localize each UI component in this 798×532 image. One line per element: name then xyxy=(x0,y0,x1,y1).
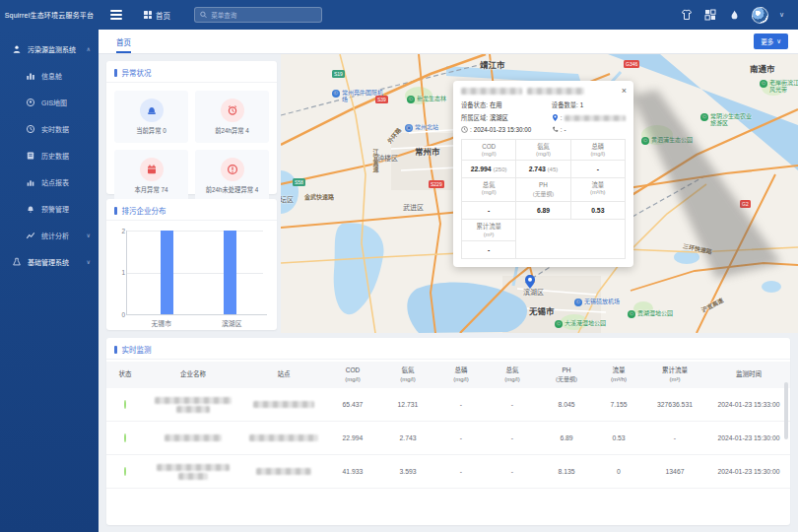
metric-header-total-flow: 累计流量(m³) xyxy=(462,220,516,240)
sidebar-item-label: 统计分析 xyxy=(41,231,69,240)
cell-time: 2024-01-23 15:33:00 xyxy=(707,401,790,408)
sidebar-item-label: 预警管理 xyxy=(41,204,69,214)
map-label-city: 常州市 xyxy=(415,145,440,157)
app-logo: Squirrel生态环境云服务平台 xyxy=(0,10,99,20)
sidebar-item-info-cabin[interactable]: 信息舱 xyxy=(0,62,99,89)
tab-bar: 首页 更多 ∨ xyxy=(99,30,798,54)
region-value: 滨湖区 xyxy=(490,113,508,122)
hamburger-menu-icon[interactable] xyxy=(110,10,122,20)
cell-tp: - xyxy=(435,434,487,441)
metric-header-tp: 总磷(mg/l) xyxy=(571,140,626,161)
stat-card-current-abnormal[interactable]: 当前异常 0 xyxy=(114,91,188,143)
monitor-panel-title: 实时监测 xyxy=(106,338,790,360)
poi-gonghu-park[interactable]: ❧贡湖湿地公园 xyxy=(628,310,673,318)
search-input[interactable] xyxy=(211,12,316,19)
user-menu-chevron-icon[interactable]: ∨ xyxy=(779,11,784,19)
stat-card-month-abnormal[interactable]: 本月异常 74 xyxy=(114,150,188,202)
device-count-value: 1 xyxy=(580,101,584,108)
company-name-redacted xyxy=(144,434,242,441)
header-nav-home[interactable]: 首页 xyxy=(144,10,170,21)
device-count-label: 设备数量: xyxy=(552,100,578,109)
cell-nh3: 2.743 xyxy=(380,434,435,441)
cell-flow: 7.155 xyxy=(595,401,642,408)
road-badge: S229 xyxy=(429,180,444,188)
sidebar-item-statistics[interactable]: 统计分析 ∨ xyxy=(0,222,99,248)
chevron-down-icon: ∨ xyxy=(87,232,91,238)
x-label: 无锡市 xyxy=(126,318,197,328)
poi-xinlong-forest[interactable]: ❧新龙生态林 xyxy=(407,96,446,103)
flame-icon[interactable] xyxy=(728,9,741,22)
tab-home[interactable]: 首页 xyxy=(116,36,131,53)
layout-icon[interactable] xyxy=(704,9,717,22)
more-button[interactable]: 更多 ∨ xyxy=(754,33,788,49)
gis-map[interactable]: 靖江市 南通市 常州市 钟楼区 武进区 金坛区 无锡市 滨湖区 金武快速路 江宜… xyxy=(281,54,798,333)
abnormal-status-panel: 异常状况 当前异常 0 前24h异常 4 本月异常 74 前24h未处理异常 4 xyxy=(106,61,277,194)
more-button-label: 更多 xyxy=(761,36,773,46)
user-avatar[interactable] xyxy=(752,7,768,24)
station-info-popup: × 设备状态:在用 设备数量:1 所属区域:滨湖区 : :2024-01-23 … xyxy=(453,81,633,267)
gridline xyxy=(127,231,263,232)
poi-daxigang-park[interactable]: ❧大溪港湿地公园 xyxy=(555,320,606,328)
close-icon[interactable]: × xyxy=(622,86,627,96)
search-icon xyxy=(200,11,207,19)
bar-binhu[interactable] xyxy=(224,231,236,314)
chevron-down-icon: ∨ xyxy=(87,258,91,265)
x-label: 滨湖区 xyxy=(197,318,268,328)
stat-card-24h-unhandled[interactable]: 前24h未处理异常 4 xyxy=(195,150,269,202)
phone-icon xyxy=(552,126,559,133)
table-row[interactable]: 41.933 3.593 - - 8.135 0 13467 2024-01-2… xyxy=(106,455,790,489)
map-label-city: 靖江市 xyxy=(480,58,505,70)
statistics-icon xyxy=(26,231,35,240)
sidebar-item-gis-map[interactable]: GIS地图 xyxy=(0,89,99,115)
map-marker-pin[interactable] xyxy=(525,275,535,289)
top-header: Squirrel生态环境云服务平台 首页 ∨ xyxy=(0,0,798,30)
airplane-icon: ✈ xyxy=(332,90,340,98)
poi-binjiang-scenic[interactable]: ❧老岸街滨江风光带 xyxy=(760,80,798,94)
table-row[interactable]: 22.994 2.743 - - 6.89 0.53 - 2024-01-23 … xyxy=(106,422,790,455)
train-icon: ▣ xyxy=(405,124,413,132)
table-row[interactable]: 65.437 12.731 - - 8.045 7.155 327636.531… xyxy=(106,388,790,422)
metric-value-cod: 22.994 (250) xyxy=(462,161,516,178)
bell-icon xyxy=(26,204,35,214)
leaf-icon: ❧ xyxy=(641,137,649,145)
header-actions: ∨ xyxy=(681,7,798,24)
sidebar-item-label: 实时数据 xyxy=(41,124,69,134)
monitor-system-icon xyxy=(12,44,22,54)
sidebar-item-alert-management[interactable]: 预警管理 xyxy=(0,195,99,222)
cell-tn: - xyxy=(487,434,538,441)
sidebar-item-realtime-data[interactable]: 实时数据 xyxy=(0,115,99,142)
metric-header-nh3: 氨氮(mg/l) xyxy=(516,140,570,161)
stat-card-label: 当前异常 0 xyxy=(136,126,166,135)
sidebar-item-label: 站点报表 xyxy=(41,177,69,187)
cell-tn: - xyxy=(487,401,538,408)
road-badge: G346 xyxy=(624,60,639,68)
cell-time: 2024-01-23 15:30:00 xyxy=(707,434,790,441)
company-name-redacted xyxy=(144,397,242,413)
cell-ph: 8.045 xyxy=(538,401,595,408)
poi-changyinsha[interactable]: ❧常阴沙生态农业旅游区 xyxy=(700,113,756,127)
theme-shirt-icon[interactable] xyxy=(681,9,694,22)
device-status-label: 设备状态: xyxy=(461,100,488,109)
poi-changzhou-north-station[interactable]: ▣常州北站 xyxy=(405,124,438,132)
sidebar-item-history-data[interactable]: 历史数据 xyxy=(0,142,99,168)
sidebar: 污染源监测系统 ∧ 信息舱 GIS地图 实时数据 历史数据 站点报表 预警管理 … xyxy=(0,30,99,532)
sidebar-item-station-report[interactable]: 站点报表 xyxy=(0,168,99,195)
station-report-icon xyxy=(26,177,35,187)
menu-search-box[interactable] xyxy=(194,7,322,23)
gis-map-icon xyxy=(26,98,35,107)
stat-card-label: 前24h未处理异常 4 xyxy=(206,185,259,194)
cell-total-flow: 327636.531 xyxy=(642,401,707,408)
stat-card-24h-abnormal[interactable]: 前24h异常 4 xyxy=(195,91,269,143)
poi-wuxi-airport[interactable]: ✈无锡硕放机场 xyxy=(574,299,620,306)
sidebar-group-pollution-monitoring[interactable]: 污染源监测系统 ∧ xyxy=(0,35,99,62)
chart-panel-title: 排污企业分布 xyxy=(106,199,277,221)
metric-header-tn: 总氮(mg/l) xyxy=(462,178,516,202)
cell-ph: 6.89 xyxy=(538,434,595,441)
map-label-district: 钟楼区 xyxy=(377,153,398,163)
device-status-value: 在用 xyxy=(490,100,502,109)
scrollbar-thumb[interactable] xyxy=(784,382,788,439)
bar-wuxi[interactable] xyxy=(161,231,173,314)
stat-card-label: 前24h异常 4 xyxy=(215,126,249,135)
poi-huangsipu-park[interactable]: ❧黄泗浦生态公园 xyxy=(641,137,693,145)
sidebar-group-base-management[interactable]: 基础管理系统 ∨ xyxy=(0,248,99,275)
